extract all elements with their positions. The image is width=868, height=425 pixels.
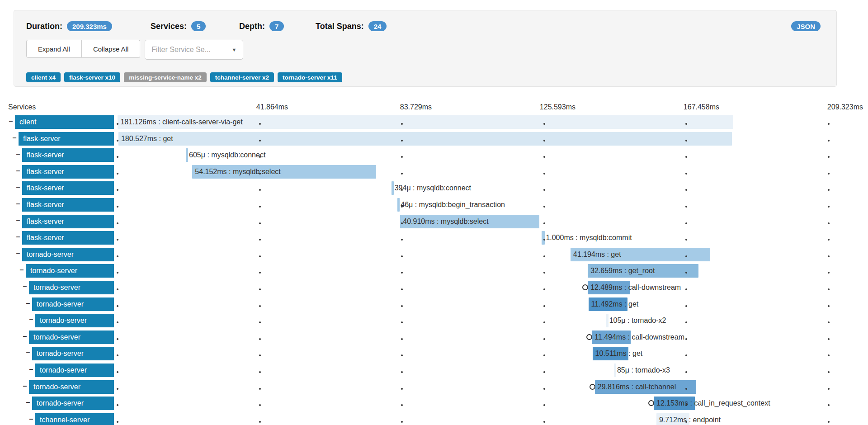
collapse-expander[interactable]: – [12, 134, 17, 142]
collapse-expander[interactable]: – [15, 167, 21, 175]
span-duration-label: 85μ : tornado-x3 [617, 364, 670, 377]
time-marker-dot [543, 288, 545, 290]
time-marker-dot [828, 272, 830, 274]
collapse-expander[interactable]: – [8, 117, 14, 125]
collapse-expander[interactable]: – [15, 217, 21, 225]
trace-span-row[interactable]: – tornado-server 85μ : tornado-x3 [0, 364, 868, 377]
span-bar[interactable] [542, 231, 545, 245]
time-marker-dot [117, 123, 118, 125]
time-marker-dot [259, 206, 261, 208]
service-label[interactable]: tornado-server [35, 364, 114, 377]
trace-span-row[interactable]: – tornado-server 11.494ms : call-downstr… [0, 331, 868, 344]
time-marker-dot [259, 189, 261, 191]
trace-span-row[interactable]: – client 181.126ms : client-calls-server… [0, 115, 868, 129]
span-duration-label: 29.816ms : call-tchannel [598, 380, 676, 394]
service-label[interactable]: flask-server [19, 132, 114, 146]
trace-span-row[interactable]: – flask-server 1.000ms : mysqldb:commit [0, 231, 868, 245]
trace-span-row[interactable]: – tornado-server 10.511ms : get [0, 347, 868, 360]
collapse-expander[interactable]: – [25, 398, 31, 406]
collapse-expander[interactable]: – [19, 266, 24, 274]
time-marker-dot [685, 321, 687, 323]
trace-span-row[interactable]: – tornado-server 32.659ms : get_root [0, 264, 868, 278]
trace-span-row[interactable]: – flask-server 46μ : mysqldb:begin_trans… [0, 198, 868, 212]
trace-span-row[interactable]: – tornado-server 105μ : tornado-x2 [0, 314, 868, 327]
collapse-expander[interactable]: – [15, 233, 21, 241]
service-label[interactable]: flask-server [22, 231, 114, 245]
trace-span-row[interactable]: – tornado-server 29.816ms : call-tchanne… [0, 380, 868, 394]
span-bar[interactable] [397, 198, 400, 212]
service-label[interactable]: tornado-server [32, 347, 114, 360]
span-bar[interactable] [392, 181, 394, 195]
time-marker-dot [401, 421, 403, 423]
collapse-expander[interactable]: – [22, 283, 28, 291]
trace-span-row[interactable]: – tornado-server 11.492ms : get [0, 298, 868, 311]
time-marker-dot [543, 305, 545, 307]
time-marker-dot [685, 338, 687, 340]
time-marker-dot [828, 222, 830, 224]
time-marker-dot [543, 222, 545, 224]
time-marker-dot [543, 173, 545, 175]
span-bar[interactable] [186, 148, 188, 162]
time-marker-dot [828, 305, 830, 307]
trace-span-row[interactable]: – flask-server 605μ : mysqldb:connect [0, 148, 868, 162]
service-label[interactable]: flask-server [22, 215, 114, 228]
time-marker-dot [828, 239, 830, 241]
time-marker-dot [685, 156, 687, 158]
collapse-expander[interactable]: – [15, 183, 21, 191]
time-marker-dot [543, 140, 545, 142]
trace-span-row[interactable]: – tornado-server 12.489ms : call-downstr… [0, 281, 868, 294]
service-label[interactable]: flask-server [22, 198, 114, 212]
service-label[interactable]: tornado-server [32, 397, 114, 410]
service-label[interactable]: flask-server [22, 165, 114, 179]
time-marker-dot [685, 354, 687, 356]
time-marker-dot [828, 140, 830, 142]
span-bar[interactable] [606, 314, 609, 327]
time-marker-dot [828, 206, 830, 208]
service-label[interactable]: tornado-server [29, 331, 114, 344]
trace-span-row[interactable]: – flask-server 40.910ms : mysqldb:select [0, 215, 868, 228]
trace-span-row[interactable]: – flask-server 180.527ms : get [0, 132, 868, 146]
time-marker-dot [543, 239, 545, 241]
span-duration-label: 105μ : tornado-x2 [609, 314, 666, 327]
trace-span-row[interactable]: – tornado-server 41.194ms : get [0, 248, 868, 261]
collapse-expander[interactable]: – [28, 316, 34, 324]
service-label[interactable]: flask-server [22, 148, 114, 162]
span-duration-label: 11.494ms : call-downstream [594, 331, 684, 344]
service-label[interactable]: tornado-server [22, 248, 114, 261]
collapse-expander[interactable]: – [15, 250, 21, 258]
service-label[interactable]: tchannel-server [35, 413, 114, 425]
trace-span-row[interactable]: – tornado-server 12.153ms : call_in_requ… [0, 397, 868, 410]
collapse-expander[interactable]: – [22, 332, 28, 340]
service-label[interactable]: tornado-server [29, 281, 114, 294]
time-marker-dot [828, 255, 830, 257]
trace-span-row[interactable]: – tchannel-server 9.712ms : endpoint [0, 413, 868, 425]
service-label[interactable]: tornado-server [35, 314, 114, 327]
span-marker-circle [582, 284, 588, 290]
time-marker-dot [543, 123, 545, 125]
service-label[interactable]: flask-server [22, 181, 114, 195]
span-bar[interactable] [118, 132, 732, 146]
span-duration-label: 41.194ms : get [573, 248, 621, 261]
collapse-expander[interactable]: – [22, 382, 28, 390]
service-label[interactable]: tornado-server [29, 380, 114, 394]
span-duration-label: 394μ : mysqldb:connect [395, 181, 471, 195]
collapse-expander[interactable]: – [28, 365, 34, 373]
span-bar[interactable] [614, 364, 616, 377]
service-label[interactable]: tornado-server [32, 298, 114, 311]
time-marker-dot [685, 305, 687, 307]
trace-span-row[interactable]: – flask-server 394μ : mysqldb:connect [0, 181, 868, 195]
trace-span-row[interactable]: – flask-server 54.152ms : mysqldb:select [0, 165, 868, 179]
time-marker-dot [117, 239, 118, 241]
service-label[interactable]: tornado-server [26, 264, 114, 278]
collapse-expander[interactable]: – [15, 150, 21, 158]
collapse-expander[interactable]: – [25, 349, 31, 357]
time-marker-dot [543, 371, 545, 373]
time-marker-dot [685, 173, 687, 175]
collapse-expander[interactable]: – [15, 200, 21, 208]
collapse-expander[interactable]: – [28, 415, 34, 423]
time-marker-dot [259, 140, 261, 142]
service-label[interactable]: client [15, 115, 114, 129]
span-duration-label: 40.910ms : mysqldb:select [403, 215, 488, 228]
collapse-expander[interactable]: – [25, 299, 31, 307]
time-marker-dot [117, 222, 118, 224]
